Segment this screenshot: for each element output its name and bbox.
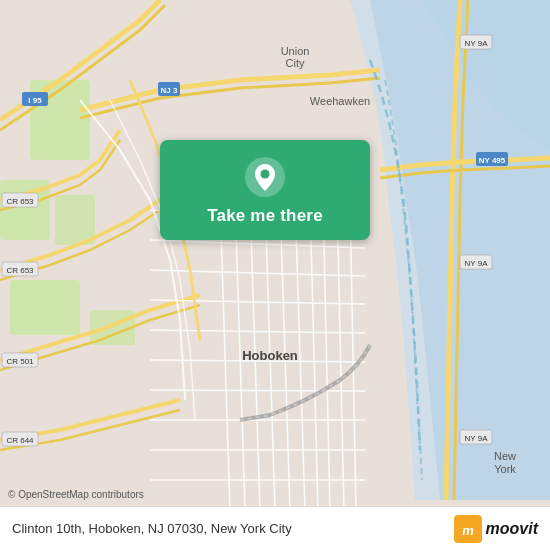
svg-point-53 bbox=[261, 170, 270, 179]
svg-line-22 bbox=[150, 390, 365, 391]
moovit-logo-text: moovit bbox=[486, 520, 538, 538]
svg-text:NY 9A: NY 9A bbox=[465, 39, 489, 48]
svg-text:Hoboken: Hoboken bbox=[242, 348, 298, 363]
svg-text:Weehawken: Weehawken bbox=[310, 95, 370, 107]
svg-text:I 95: I 95 bbox=[28, 96, 42, 105]
svg-text:NY 9A: NY 9A bbox=[465, 259, 489, 268]
map-container: I 95 NJ 3 CR 653 CR 653 CR 501 CR 644 NY… bbox=[0, 0, 550, 550]
take-me-there-button[interactable]: Take me there bbox=[207, 206, 323, 226]
moovit-logo: m moovit bbox=[454, 515, 538, 543]
svg-text:Union: Union bbox=[281, 45, 310, 57]
svg-text:New: New bbox=[494, 450, 516, 462]
svg-text:CR 653: CR 653 bbox=[6, 266, 34, 275]
svg-text:CR 501: CR 501 bbox=[6, 357, 34, 366]
location-pin-icon bbox=[244, 156, 286, 198]
svg-text:CR 653: CR 653 bbox=[6, 197, 34, 206]
bottom-bar: Clinton 10th, Hoboken, NJ 07030, New Yor… bbox=[0, 506, 550, 550]
svg-text:NY 9A: NY 9A bbox=[465, 434, 489, 443]
map-background: I 95 NJ 3 CR 653 CR 653 CR 501 CR 644 NY… bbox=[0, 0, 550, 550]
svg-rect-4 bbox=[10, 280, 80, 335]
osm-attribution: © OpenStreetMap contributors bbox=[8, 489, 144, 500]
svg-text:m: m bbox=[462, 523, 474, 538]
svg-text:NJ 3: NJ 3 bbox=[161, 86, 178, 95]
address-text: Clinton 10th, Hoboken, NJ 07030, New Yor… bbox=[12, 521, 292, 536]
svg-text:CR 644: CR 644 bbox=[6, 436, 34, 445]
take-me-there-card[interactable]: Take me there bbox=[160, 140, 370, 240]
moovit-logo-icon: m bbox=[454, 515, 482, 543]
svg-text:York: York bbox=[494, 463, 516, 475]
svg-text:NY 495: NY 495 bbox=[479, 156, 506, 165]
svg-rect-3 bbox=[55, 195, 95, 245]
svg-text:City: City bbox=[286, 57, 305, 69]
